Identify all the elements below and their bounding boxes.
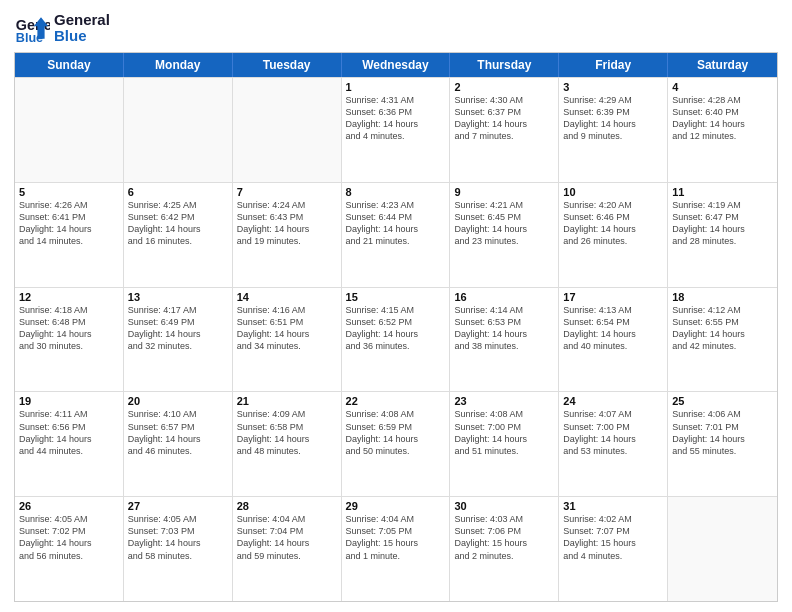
day-number: 8 [346, 186, 446, 198]
day-info: Sunrise: 4:23 AM Sunset: 6:44 PM Dayligh… [346, 199, 446, 248]
day-number: 29 [346, 500, 446, 512]
day-info: Sunrise: 4:14 AM Sunset: 6:53 PM Dayligh… [454, 304, 554, 353]
day-info: Sunrise: 4:08 AM Sunset: 6:59 PM Dayligh… [346, 408, 446, 457]
weekday-header-monday: Monday [124, 53, 233, 77]
calendar-header: SundayMondayTuesdayWednesdayThursdayFrid… [15, 53, 777, 77]
calendar-cell-17: 17Sunrise: 4:13 AM Sunset: 6:54 PM Dayli… [559, 288, 668, 392]
day-number: 15 [346, 291, 446, 303]
calendar-cell-empty [124, 78, 233, 182]
logo-text-line1: General [54, 12, 110, 29]
calendar-row-3: 19Sunrise: 4:11 AM Sunset: 6:56 PM Dayli… [15, 391, 777, 496]
day-info: Sunrise: 4:15 AM Sunset: 6:52 PM Dayligh… [346, 304, 446, 353]
day-info: Sunrise: 4:04 AM Sunset: 7:05 PM Dayligh… [346, 513, 446, 562]
calendar-cell-30: 30Sunrise: 4:03 AM Sunset: 7:06 PM Dayli… [450, 497, 559, 601]
calendar-cell-4: 4Sunrise: 4:28 AM Sunset: 6:40 PM Daylig… [668, 78, 777, 182]
day-number: 11 [672, 186, 773, 198]
day-number: 24 [563, 395, 663, 407]
calendar-cell-27: 27Sunrise: 4:05 AM Sunset: 7:03 PM Dayli… [124, 497, 233, 601]
day-number: 27 [128, 500, 228, 512]
day-info: Sunrise: 4:09 AM Sunset: 6:58 PM Dayligh… [237, 408, 337, 457]
day-number: 9 [454, 186, 554, 198]
day-number: 13 [128, 291, 228, 303]
calendar-row-0: 1Sunrise: 4:31 AM Sunset: 6:36 PM Daylig… [15, 77, 777, 182]
calendar-cell-2: 2Sunrise: 4:30 AM Sunset: 6:37 PM Daylig… [450, 78, 559, 182]
day-info: Sunrise: 4:18 AM Sunset: 6:48 PM Dayligh… [19, 304, 119, 353]
day-number: 6 [128, 186, 228, 198]
day-info: Sunrise: 4:03 AM Sunset: 7:06 PM Dayligh… [454, 513, 554, 562]
day-number: 17 [563, 291, 663, 303]
day-number: 28 [237, 500, 337, 512]
day-info: Sunrise: 4:26 AM Sunset: 6:41 PM Dayligh… [19, 199, 119, 248]
calendar-cell-16: 16Sunrise: 4:14 AM Sunset: 6:53 PM Dayli… [450, 288, 559, 392]
calendar-cell-1: 1Sunrise: 4:31 AM Sunset: 6:36 PM Daylig… [342, 78, 451, 182]
day-number: 21 [237, 395, 337, 407]
calendar-cell-10: 10Sunrise: 4:20 AM Sunset: 6:46 PM Dayli… [559, 183, 668, 287]
calendar-cell-empty [15, 78, 124, 182]
day-info: Sunrise: 4:12 AM Sunset: 6:55 PM Dayligh… [672, 304, 773, 353]
day-number: 10 [563, 186, 663, 198]
day-info: Sunrise: 4:13 AM Sunset: 6:54 PM Dayligh… [563, 304, 663, 353]
day-number: 3 [563, 81, 663, 93]
weekday-header-thursday: Thursday [450, 53, 559, 77]
calendar-row-1: 5Sunrise: 4:26 AM Sunset: 6:41 PM Daylig… [15, 182, 777, 287]
page: General Blue General Blue SundayMondayTu… [0, 0, 792, 612]
calendar: SundayMondayTuesdayWednesdayThursdayFrid… [14, 52, 778, 602]
day-number: 1 [346, 81, 446, 93]
day-number: 22 [346, 395, 446, 407]
calendar-cell-12: 12Sunrise: 4:18 AM Sunset: 6:48 PM Dayli… [15, 288, 124, 392]
calendar-cell-31: 31Sunrise: 4:02 AM Sunset: 7:07 PM Dayli… [559, 497, 668, 601]
day-info: Sunrise: 4:19 AM Sunset: 6:47 PM Dayligh… [672, 199, 773, 248]
calendar-cell-21: 21Sunrise: 4:09 AM Sunset: 6:58 PM Dayli… [233, 392, 342, 496]
calendar-cell-5: 5Sunrise: 4:26 AM Sunset: 6:41 PM Daylig… [15, 183, 124, 287]
day-info: Sunrise: 4:05 AM Sunset: 7:03 PM Dayligh… [128, 513, 228, 562]
day-info: Sunrise: 4:31 AM Sunset: 6:36 PM Dayligh… [346, 94, 446, 143]
calendar-cell-24: 24Sunrise: 4:07 AM Sunset: 7:00 PM Dayli… [559, 392, 668, 496]
calendar-cell-8: 8Sunrise: 4:23 AM Sunset: 6:44 PM Daylig… [342, 183, 451, 287]
calendar-cell-25: 25Sunrise: 4:06 AM Sunset: 7:01 PM Dayli… [668, 392, 777, 496]
calendar-cell-7: 7Sunrise: 4:24 AM Sunset: 6:43 PM Daylig… [233, 183, 342, 287]
day-number: 26 [19, 500, 119, 512]
day-info: Sunrise: 4:20 AM Sunset: 6:46 PM Dayligh… [563, 199, 663, 248]
day-info: Sunrise: 4:28 AM Sunset: 6:40 PM Dayligh… [672, 94, 773, 143]
day-number: 20 [128, 395, 228, 407]
day-number: 31 [563, 500, 663, 512]
calendar-cell-14: 14Sunrise: 4:16 AM Sunset: 6:51 PM Dayli… [233, 288, 342, 392]
weekday-header-saturday: Saturday [668, 53, 777, 77]
calendar-cell-19: 19Sunrise: 4:11 AM Sunset: 6:56 PM Dayli… [15, 392, 124, 496]
calendar-cell-empty [233, 78, 342, 182]
day-info: Sunrise: 4:10 AM Sunset: 6:57 PM Dayligh… [128, 408, 228, 457]
calendar-cell-22: 22Sunrise: 4:08 AM Sunset: 6:59 PM Dayli… [342, 392, 451, 496]
day-number: 7 [237, 186, 337, 198]
calendar-body: 1Sunrise: 4:31 AM Sunset: 6:36 PM Daylig… [15, 77, 777, 601]
weekday-header-friday: Friday [559, 53, 668, 77]
day-number: 30 [454, 500, 554, 512]
day-info: Sunrise: 4:30 AM Sunset: 6:37 PM Dayligh… [454, 94, 554, 143]
day-info: Sunrise: 4:29 AM Sunset: 6:39 PM Dayligh… [563, 94, 663, 143]
day-info: Sunrise: 4:11 AM Sunset: 6:56 PM Dayligh… [19, 408, 119, 457]
day-info: Sunrise: 4:08 AM Sunset: 7:00 PM Dayligh… [454, 408, 554, 457]
day-info: Sunrise: 4:17 AM Sunset: 6:49 PM Dayligh… [128, 304, 228, 353]
day-number: 2 [454, 81, 554, 93]
calendar-cell-3: 3Sunrise: 4:29 AM Sunset: 6:39 PM Daylig… [559, 78, 668, 182]
day-info: Sunrise: 4:04 AM Sunset: 7:04 PM Dayligh… [237, 513, 337, 562]
calendar-cell-28: 28Sunrise: 4:04 AM Sunset: 7:04 PM Dayli… [233, 497, 342, 601]
day-info: Sunrise: 4:02 AM Sunset: 7:07 PM Dayligh… [563, 513, 663, 562]
day-number: 4 [672, 81, 773, 93]
calendar-cell-29: 29Sunrise: 4:04 AM Sunset: 7:05 PM Dayli… [342, 497, 451, 601]
day-number: 19 [19, 395, 119, 407]
day-number: 18 [672, 291, 773, 303]
logo-text-line2: Blue [54, 28, 110, 45]
day-info: Sunrise: 4:07 AM Sunset: 7:00 PM Dayligh… [563, 408, 663, 457]
day-number: 5 [19, 186, 119, 198]
calendar-cell-6: 6Sunrise: 4:25 AM Sunset: 6:42 PM Daylig… [124, 183, 233, 287]
calendar-cell-26: 26Sunrise: 4:05 AM Sunset: 7:02 PM Dayli… [15, 497, 124, 601]
day-info: Sunrise: 4:21 AM Sunset: 6:45 PM Dayligh… [454, 199, 554, 248]
calendar-cell-20: 20Sunrise: 4:10 AM Sunset: 6:57 PM Dayli… [124, 392, 233, 496]
day-info: Sunrise: 4:25 AM Sunset: 6:42 PM Dayligh… [128, 199, 228, 248]
calendar-cell-11: 11Sunrise: 4:19 AM Sunset: 6:47 PM Dayli… [668, 183, 777, 287]
header: General Blue General Blue [14, 10, 778, 46]
day-number: 12 [19, 291, 119, 303]
day-number: 23 [454, 395, 554, 407]
day-number: 25 [672, 395, 773, 407]
day-info: Sunrise: 4:05 AM Sunset: 7:02 PM Dayligh… [19, 513, 119, 562]
